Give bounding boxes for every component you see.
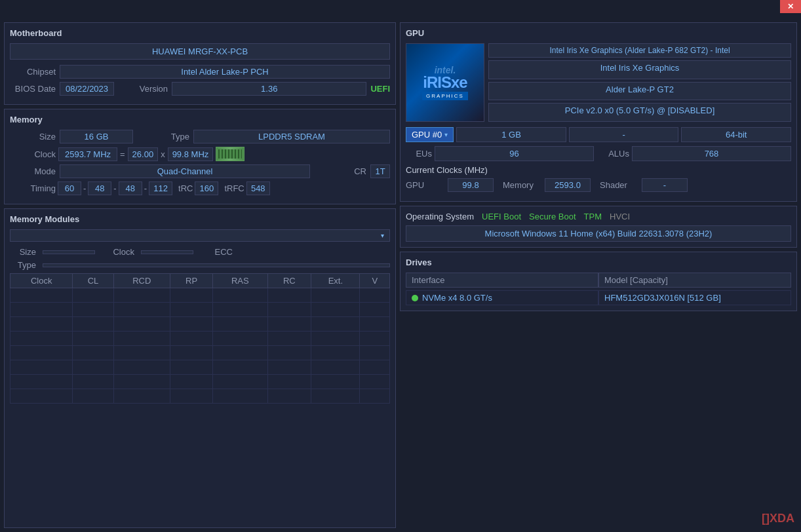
col-rc: RC <box>267 274 311 288</box>
gpu-vram: 1 GB <box>456 127 566 142</box>
gpu-logo: intel. iRISxe GRAPHICS <box>406 43 484 122</box>
mem-clock-base: 99.8 MHz <box>168 147 214 161</box>
col-ras: RAS <box>213 274 267 288</box>
mod-size-value <box>43 250 95 254</box>
mem-type-value: LPDDR5 SDRAM <box>193 130 390 143</box>
mod-ecc-label: ECC <box>206 247 233 257</box>
mem-clk-value: 2593.0 <box>545 178 591 192</box>
tpm-badge: TPM <box>584 212 602 221</box>
gpu-clk-label: GPU <box>406 180 445 190</box>
trc-value: 160 <box>195 181 218 195</box>
col-rcd: RCD <box>113 274 170 288</box>
drives-section: Drives Interface Model [Capacity] NVMe x… <box>400 252 797 311</box>
mode-value: Quad-Channel <box>60 164 310 178</box>
motherboard-name: HUAWEI MRGF-XX-PCB <box>10 43 390 60</box>
nvme-status-icon <box>412 295 418 301</box>
col-cl: CL <box>73 274 113 288</box>
eu-value: 96 <box>435 146 594 161</box>
gpu-full-name: Intel Iris Xe Graphics (Alder Lake-P 682… <box>488 43 791 58</box>
mod-size-label: Size <box>10 247 36 257</box>
drive-model-cell: HFM512GD3JX016N [512 GB] <box>598 290 791 305</box>
table-row <box>10 288 390 303</box>
gpu-info: Intel Iris Xe Graphics (Alder Lake-P 682… <box>488 43 791 122</box>
gpu-dash1: - <box>569 127 679 142</box>
drives-row: NVMe x4 8.0 GT/s HFM512GD3JX016N [512 GB… <box>406 290 791 305</box>
chevron-down-icon: ▾ <box>381 232 384 239</box>
close-button[interactable]: ✕ <box>780 0 801 13</box>
col-v: V <box>360 274 390 288</box>
gpu-selector-dropdown[interactable]: GPU #0 ▾ <box>406 127 454 142</box>
drives-interface-header: Interface <box>406 273 598 288</box>
mod-clock-value <box>141 250 193 254</box>
table-row <box>10 332 390 346</box>
hvci-badge: HVCI <box>610 212 630 221</box>
table-row <box>10 303 390 317</box>
equals-symbol: = <box>120 149 125 159</box>
version-label: Version <box>122 84 168 94</box>
alu-value: 768 <box>632 146 791 161</box>
bios-date-value: 08/22/2023 <box>60 82 114 96</box>
chipset-value: Intel Alder Lake-P PCH <box>60 65 390 79</box>
mem-clock-multiplier: 26.00 <box>128 147 159 161</box>
uefi-badge: UEFI <box>370 84 390 94</box>
mem-clock-value: 2593.7 MHz <box>58 147 117 161</box>
gpu-selector-label: GPU #0 <box>412 130 442 140</box>
trfc-value: 548 <box>246 181 270 195</box>
shader-clk-value: - <box>642 178 688 192</box>
trc-label: tRC <box>178 183 193 193</box>
shader-clk-label: Shader <box>600 180 639 190</box>
mode-label: Mode <box>10 166 56 176</box>
col-clock: Clock <box>10 274 73 288</box>
mem-clk-label: Memory <box>503 180 542 190</box>
drive-interface-value: NVMe x4 8.0 GT/s <box>422 293 492 303</box>
bios-date-label: BIOS Date <box>10 84 56 94</box>
trfc-label: tRFC <box>224 183 244 193</box>
drive-interface-cell: NVMe x4 8.0 GT/s <box>406 290 598 305</box>
table-row <box>10 346 390 360</box>
timing-t1: 60 <box>58 181 81 195</box>
modules-table: Clock CL RCD RP RAS RC Ext. V <box>10 273 390 404</box>
motherboard-title: Motherboard <box>10 28 390 38</box>
alu-label: ALUs <box>603 149 629 159</box>
timing-label: Timing <box>10 183 56 193</box>
mem-type-label: Type <box>144 132 189 142</box>
os-value: Microsoft Windows 11 Home (x64) Build 22… <box>406 225 791 242</box>
table-row <box>10 389 390 404</box>
mod-type-value <box>43 263 390 267</box>
motherboard-section: Motherboard HUAWEI MRGF-XX-PCB Chipset I… <box>4 22 396 105</box>
mod-clock-label: Clock <box>108 247 134 257</box>
col-rp: RP <box>170 274 213 288</box>
os-section: Operating System UEFI Boot Secure Boot T… <box>400 206 797 248</box>
left-panel: Motherboard HUAWEI MRGF-XX-PCB Chipset I… <box>4 22 396 528</box>
chevron-down-icon: ▾ <box>444 131 448 138</box>
right-panel: GPU intel. iRISxe GRAPHICS Intel Iris Xe… <box>400 22 797 528</box>
clocks-title: Current Clocks (MHz) <box>406 165 791 175</box>
eu-label: EUs <box>406 149 432 159</box>
gpu-section: GPU intel. iRISxe GRAPHICS Intel Iris Xe… <box>400 22 797 202</box>
graphics-logo-text: GRAPHICS <box>422 92 468 100</box>
gpu-name: Intel Iris Xe Graphics <box>488 60 791 79</box>
memory-modules-section: Memory Modules ▾ Size Clock ECC Type Clo… <box>4 208 396 528</box>
gpu-subname: Alder Lake-P GT2 <box>488 82 791 101</box>
iris-xe-logo-text: iRISxe <box>423 75 467 90</box>
gpu-title: GPU <box>406 28 791 38</box>
mem-size-value: 16 GB <box>60 130 133 143</box>
memory-icon <box>216 147 244 161</box>
mem-size-label: Size <box>10 132 56 142</box>
gpu-pcie: PCIe v2.0 x0 (5.0 GT/s) @ [DISABLED] <box>488 103 791 122</box>
timing-t3: 48 <box>119 181 142 195</box>
gpu-clk-value: 99.8 <box>448 178 494 192</box>
mod-type-label: Type <box>10 260 36 270</box>
cr-value: 1T <box>370 164 390 178</box>
memory-section: Memory Size 16 GB Type LPDDR5 SDRAM Cloc… <box>4 109 396 204</box>
times-symbol: x <box>161 149 165 159</box>
uefi-boot-badge: UEFI Boot <box>482 212 521 221</box>
table-row <box>10 360 390 375</box>
cr-label: CR <box>321 166 366 176</box>
memory-title: Memory <box>10 115 390 124</box>
titlebar: ✕ <box>780 0 801 13</box>
modules-dropdown[interactable]: ▾ <box>10 229 390 242</box>
col-ext: Ext. <box>311 274 360 288</box>
drive-model-value: HFM512GD3JX016N [512 GB] <box>604 293 721 303</box>
mem-clock-label: Clock <box>10 149 56 159</box>
